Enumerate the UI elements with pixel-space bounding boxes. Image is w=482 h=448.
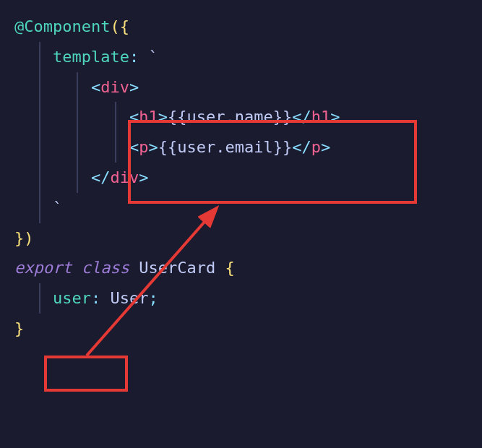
backtick-token: ` (148, 48, 158, 66)
tag-token: p (139, 138, 148, 156)
brace-open: ({ (110, 17, 129, 35)
angle-token: </ (91, 168, 111, 186)
code-line: } (14, 314, 468, 344)
code-line: <div> (14, 72, 468, 103)
colon-token: : (129, 48, 149, 66)
tag-token: p (311, 138, 321, 156)
angle-token: > (321, 138, 330, 156)
angle-token: < (129, 108, 139, 126)
angle-token: </ (292, 108, 311, 126)
semicolon-token: ; (148, 289, 158, 307)
keyword-token: export (14, 259, 82, 277)
brace-open: { (225, 259, 234, 277)
interpolation-token: {{user.email}} (158, 138, 292, 156)
brace-close: }) (14, 229, 34, 247)
code-line: }) (14, 223, 468, 254)
colon-token: : (91, 289, 100, 307)
code-line: ` (14, 193, 468, 223)
tag-token: div (100, 78, 129, 96)
space (100, 289, 110, 307)
tag-token: div (110, 168, 139, 186)
angle-token: > (148, 138, 158, 156)
angle-token: < (129, 138, 139, 156)
brace-close: } (14, 319, 24, 337)
angle-token: < (91, 78, 100, 96)
code-line: @Component({ (14, 12, 468, 42)
code-line: export class UserCard { (14, 253, 468, 283)
code-line: user: User; (14, 283, 468, 314)
angle-token: > (139, 168, 148, 186)
angle-token: > (330, 108, 340, 126)
angle-token: > (158, 108, 168, 126)
code-line: <h1>{{user.name}}</h1> (14, 102, 468, 132)
code-line: <p>{{user.email}}</p> (14, 132, 468, 163)
field-token: user (53, 289, 91, 307)
angle-token: > (129, 78, 139, 96)
decorator-token: @Component (14, 17, 110, 35)
backtick-token: ` (53, 199, 62, 217)
property-token: template (53, 48, 129, 66)
angle-token: </ (292, 138, 311, 156)
code-line: </div> (14, 163, 468, 193)
type-token: User (110, 289, 148, 307)
tag-token: h1 (311, 108, 331, 126)
annotation-box-field (44, 356, 128, 392)
keyword-token: class (82, 259, 139, 277)
code-snippet: @Component({ template: ` <div> <h1>{{use… (0, 0, 482, 356)
code-line: template: ` (14, 42, 468, 72)
classname-token: UserCard (139, 259, 225, 277)
interpolation-token: {{user.name}} (168, 108, 292, 126)
tag-token: h1 (139, 108, 158, 126)
